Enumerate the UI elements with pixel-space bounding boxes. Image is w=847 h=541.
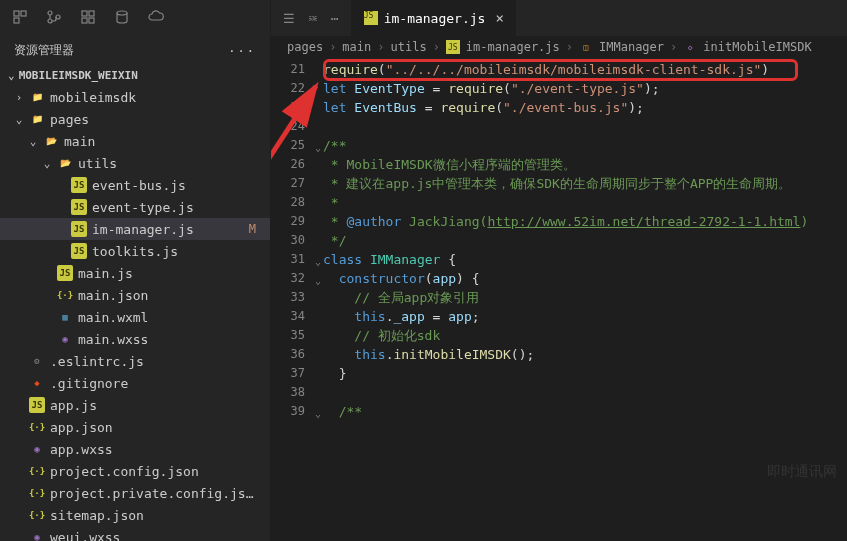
breadcrumb-separator: › xyxy=(670,40,677,54)
svg-point-4 xyxy=(48,19,52,23)
tree-item-main-wxss[interactable]: ◉main.wxss xyxy=(0,328,270,350)
sidebar: 资源管理器 ··· ⌄ MOBILEIMSDK_WEIXIN ›📁mobilei… xyxy=(0,0,271,541)
explorer-icon[interactable] xyxy=(12,9,28,28)
tree-item-pages[interactable]: ⌄📁pages xyxy=(0,108,270,130)
breadcrumb-item[interactable]: im-manager.js xyxy=(466,40,560,54)
tree-item-weui-wxss[interactable]: ◉weui.wxss xyxy=(0,526,270,541)
tree-item-utils[interactable]: ⌄📂utils xyxy=(0,152,270,174)
fold-icon[interactable]: ⌄ xyxy=(315,404,321,423)
explorer-title: 资源管理器 xyxy=(14,42,74,59)
tree-item-project-config-json[interactable]: {·}project.config.json xyxy=(0,460,270,482)
tree-item-app-js[interactable]: JSapp.js xyxy=(0,394,270,416)
activity-bar xyxy=(0,0,270,36)
tree-item-app-wxss[interactable]: ◉app.wxss xyxy=(0,438,270,460)
svg-rect-7 xyxy=(89,11,94,16)
tree-item-label: project.config.json xyxy=(50,464,260,479)
code-line-24[interactable] xyxy=(323,117,847,136)
tree-item-app-json[interactable]: {·}app.json xyxy=(0,416,270,438)
tree-item-sitemap-json[interactable]: {·}sitemap.json xyxy=(0,504,270,526)
tree-item-label: pages xyxy=(50,112,260,127)
tree-item-label: project.private.config.json xyxy=(50,486,260,501)
tree-item-im-manager-js[interactable]: JSim-manager.jsM xyxy=(0,218,270,240)
code-line-23[interactable]: let EventBus = require("./event-bus.js")… xyxy=(323,98,847,117)
tree-item-event-bus-js[interactable]: JSevent-bus.js xyxy=(0,174,270,196)
tree-item-event-type-js[interactable]: JSevent-type.js xyxy=(0,196,270,218)
extensions-icon[interactable] xyxy=(80,9,96,28)
breadcrumb-item[interactable]: initMobileIMSDK xyxy=(703,40,811,54)
ellipsis-icon[interactable]: ⋯ xyxy=(331,11,339,26)
more-icon[interactable]: ··· xyxy=(228,44,256,58)
code-line-30[interactable]: */ xyxy=(323,231,847,250)
breadcrumb-item[interactable]: IMManager xyxy=(599,40,664,54)
database-icon[interactable] xyxy=(114,9,130,28)
tree-item--eslintrc-js[interactable]: ⚙.eslintrc.js xyxy=(0,350,270,372)
list-icon[interactable]: ☰ xyxy=(283,11,295,26)
js-icon: JS xyxy=(446,40,460,54)
code-line-28[interactable]: * xyxy=(323,193,847,212)
chevron-icon: ⌄ xyxy=(42,157,52,170)
code-line-33[interactable]: // 全局app对象引用 xyxy=(323,288,847,307)
close-icon[interactable]: × xyxy=(495,10,503,26)
tree-item-label: utils xyxy=(78,156,260,171)
chevron-icon: ⌄ xyxy=(28,135,38,148)
svg-rect-8 xyxy=(82,18,87,23)
svg-rect-2 xyxy=(14,18,19,23)
svg-rect-6 xyxy=(82,11,87,16)
tree-item-label: toolkits.js xyxy=(92,244,260,259)
tree-item-main-js[interactable]: JSmain.js xyxy=(0,262,270,284)
code-line-35[interactable]: // 初始化sdk xyxy=(323,326,847,345)
cloud-icon[interactable] xyxy=(148,9,164,28)
editor: ☰ ⎃ ⋯ JS im-manager.js × pages›main›util… xyxy=(271,0,847,541)
breadcrumb[interactable]: pages›main›utils›JSim-manager.js›◫IMMana… xyxy=(271,36,847,58)
tree-item-label: im-manager.js xyxy=(92,222,244,237)
svg-rect-9 xyxy=(89,18,94,23)
tree-item-label: app.wxss xyxy=(50,442,260,457)
code-line-22[interactable]: let EventType = require("./event-type.js… xyxy=(323,79,847,98)
tab-label: im-manager.js xyxy=(384,11,486,26)
code-line-25[interactable]: /** xyxy=(323,136,847,155)
breadcrumb-item[interactable]: pages xyxy=(287,40,323,54)
chevron-icon: › xyxy=(14,91,24,104)
tree-item-label: main.wxml xyxy=(78,310,260,325)
code-line-31[interactable]: class IMManager { xyxy=(323,250,847,269)
tree-item-project-private-config-json[interactable]: {·}project.private.config.json xyxy=(0,482,270,504)
tree-item-label: app.js xyxy=(50,398,260,413)
tree-item-toolkits-js[interactable]: JStoolkits.js xyxy=(0,240,270,262)
code-line-36[interactable]: this.initMobileIMSDK(); xyxy=(323,345,847,364)
tree-item-label: .eslintrc.js xyxy=(50,354,260,369)
svg-rect-1 xyxy=(21,11,26,16)
code-content[interactable]: require("../../../mobileimsdk/mobileimsd… xyxy=(323,58,847,541)
tree-item-main[interactable]: ⌄📂main xyxy=(0,130,270,152)
code-line-38[interactable] xyxy=(323,383,847,402)
tree-item--gitignore[interactable]: ◆.gitignore xyxy=(0,372,270,394)
bookmark-icon[interactable]: ⎃ xyxy=(309,11,317,26)
svg-point-3 xyxy=(48,11,52,15)
code-line-34[interactable]: this._app = app; xyxy=(323,307,847,326)
code-line-29[interactable]: * @author JackJiang(http://www.52im.net/… xyxy=(323,212,847,231)
breadcrumb-item[interactable]: main xyxy=(342,40,371,54)
breadcrumb-separator: › xyxy=(433,40,440,54)
code-line-27[interactable]: * 建议在app.js中管理本类，确保SDK的生命周期同步于整个APP的生命周期… xyxy=(323,174,847,193)
section-header[interactable]: ⌄ MOBILEIMSDK_WEIXIN xyxy=(0,65,270,86)
source-control-icon[interactable] xyxy=(46,9,62,28)
line-gutter: 2122232425⌄262728293031⌄32⌄3334353637383… xyxy=(271,58,323,541)
code-line-37[interactable]: } xyxy=(323,364,847,383)
tree-item-label: main.js xyxy=(78,266,260,281)
code-line-26[interactable]: * MobileIMSDK微信小程序端的管理类。 xyxy=(323,155,847,174)
tree-item-label: main.json xyxy=(78,288,260,303)
tree-item-label: mobileimsdk xyxy=(50,90,260,105)
code-area[interactable]: 2122232425⌄262728293031⌄32⌄3334353637383… xyxy=(271,58,847,541)
code-line-21[interactable]: require("../../../mobileimsdk/mobileimsd… xyxy=(323,60,847,79)
tree-item-mobileimsdk[interactable]: ›📁mobileimsdk xyxy=(0,86,270,108)
class-icon: ◫ xyxy=(579,40,593,54)
tree-item-main-wxml[interactable]: ▦main.wxml xyxy=(0,306,270,328)
tree-item-main-json[interactable]: {·}main.json xyxy=(0,284,270,306)
explorer-header: 资源管理器 ··· xyxy=(0,36,270,65)
breadcrumb-separator: › xyxy=(329,40,336,54)
breadcrumb-item[interactable]: utils xyxy=(391,40,427,54)
method-icon: ◇ xyxy=(683,40,697,54)
code-line-39[interactable]: /** xyxy=(323,402,847,421)
code-line-32[interactable]: constructor(app) { xyxy=(323,269,847,288)
file-tree: ›📁mobileimsdk⌄📁pages⌄📂main⌄📂utilsJSevent… xyxy=(0,86,270,541)
tab-im-manager[interactable]: JS im-manager.js × xyxy=(352,0,517,36)
